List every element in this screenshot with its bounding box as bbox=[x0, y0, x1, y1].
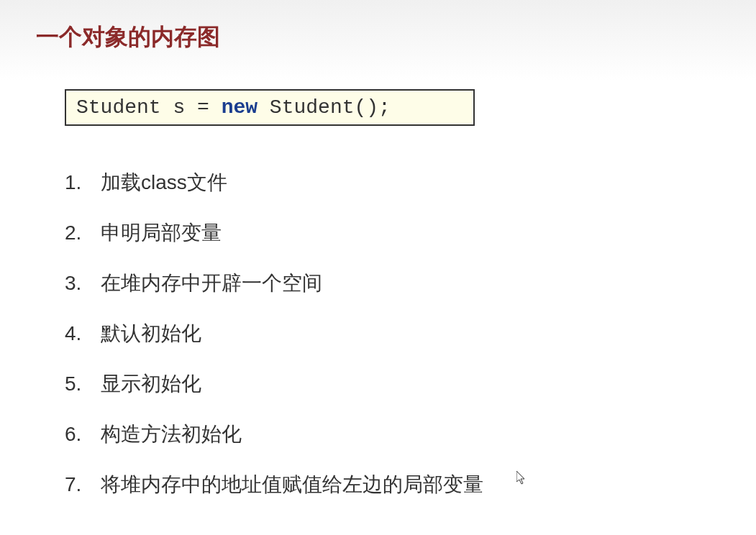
code-text-suffix: Student(); bbox=[258, 96, 391, 119]
list-item: 5. 显示初始化 bbox=[65, 370, 720, 398]
list-text: 默认初始化 bbox=[101, 320, 720, 347]
list-number: 6. bbox=[65, 423, 101, 446]
list-item: 2. 申明局部变量 bbox=[65, 219, 720, 247]
list-text: 加载class文件 bbox=[101, 169, 720, 196]
mouse-cursor-icon bbox=[516, 471, 528, 489]
list-text: 申明局部变量 bbox=[101, 219, 720, 247]
list-text: 构造方法初始化 bbox=[101, 421, 720, 448]
list-text: 将堆内存中的地址值赋值给左边的局部变量 bbox=[101, 471, 720, 498]
list-number: 4. bbox=[65, 322, 101, 345]
list-item: 7. 将堆内存中的地址值赋值给左边的局部变量 bbox=[65, 471, 720, 498]
list-number: 3. bbox=[65, 272, 101, 295]
list-item: 1. 加载class文件 bbox=[65, 169, 720, 196]
list-number: 1. bbox=[65, 171, 101, 194]
list-text: 在堆内存中开辟一个空间 bbox=[101, 270, 720, 297]
steps-list: 1. 加载class文件 2. 申明局部变量 3. 在堆内存中开辟一个空间 4.… bbox=[65, 169, 720, 498]
list-number: 7. bbox=[65, 473, 101, 496]
slide-title: 一个对象的内存图 bbox=[36, 22, 720, 53]
list-number: 2. bbox=[65, 221, 101, 244]
list-item: 3. 在堆内存中开辟一个空间 bbox=[65, 270, 720, 297]
list-text: 显示初始化 bbox=[101, 370, 720, 398]
list-item: 4. 默认初始化 bbox=[65, 320, 720, 347]
code-keyword-new: new bbox=[222, 96, 258, 119]
list-number: 5. bbox=[65, 372, 101, 395]
code-text-prefix: Student s = bbox=[76, 96, 222, 119]
list-item: 6. 构造方法初始化 bbox=[65, 421, 720, 448]
code-example-box: Student s = new Student(); bbox=[65, 89, 475, 126]
